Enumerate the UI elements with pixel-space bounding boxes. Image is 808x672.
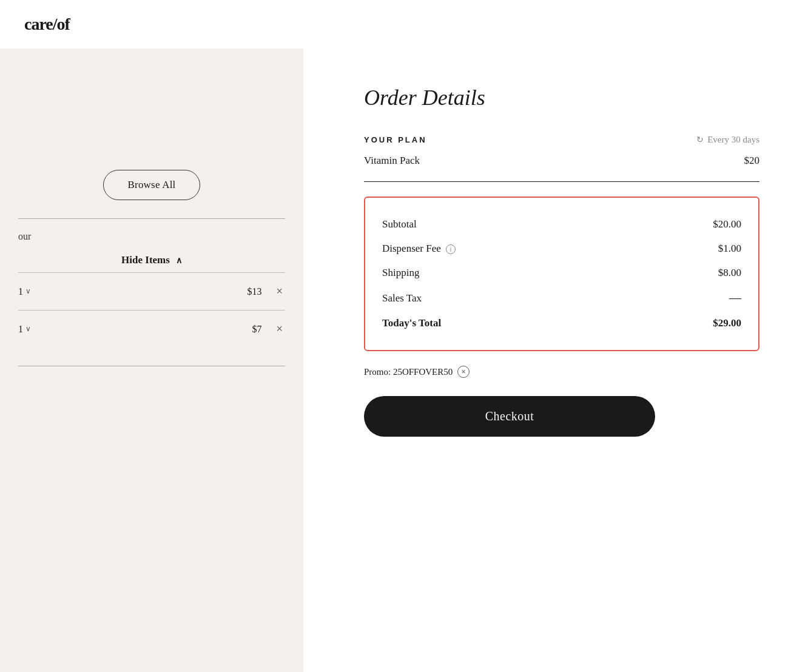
sales-tax-label: Sales Tax	[382, 292, 422, 304]
every-30-days: ↻ Every 30 days	[696, 135, 759, 145]
partial-text: our	[18, 231, 31, 241]
today-total-value: $29.00	[713, 317, 741, 329]
subtotal-row: Subtotal $20.00	[382, 212, 741, 237]
hide-items-label: Hide Items	[121, 254, 170, 266]
your-plan-section: YOUR PLAN ↻ Every 30 days Vitamin Pack $…	[364, 135, 759, 182]
plan-item-row: Vitamin Pack $20	[364, 155, 759, 167]
promo-row: Promo: 25OFFOVER50 ×	[364, 366, 759, 378]
shipping-label: Shipping	[382, 267, 419, 279]
item-price-1: $13	[247, 286, 261, 297]
sales-tax-row: Sales Tax —	[382, 285, 741, 311]
item-price-2: $7	[252, 324, 261, 335]
every-30-days-text: Every 30 days	[707, 135, 759, 145]
checkout-button[interactable]: Checkout	[364, 396, 655, 437]
divider-2	[18, 366, 285, 366]
order-summary-box: Subtotal $20.00 Dispenser Fee i $1.00 Sh…	[364, 197, 759, 351]
chevron-down-icon-2: ∨	[25, 324, 31, 334]
promo-remove-button[interactable]: ×	[457, 366, 470, 378]
header: care/of	[0, 0, 808, 49]
logo: care/of	[24, 15, 70, 33]
sales-tax-value: —	[729, 291, 741, 305]
refresh-icon: ↻	[696, 135, 704, 145]
promo-label: Promo: 25OFFOVER50	[364, 367, 453, 377]
left-panel: Browse All our Hide Items ∧ 1 ∨ $13 × 1 …	[0, 49, 303, 672]
divider-1	[18, 218, 285, 219]
chevron-up-icon: ∧	[176, 255, 182, 266]
dispenser-fee-info-icon[interactable]: i	[446, 244, 456, 254]
right-panel: Order Details YOUR PLAN ↻ Every 30 days …	[303, 49, 808, 672]
remove-item-2-button[interactable]: ×	[274, 321, 285, 337]
browse-all-button[interactable]: Browse All	[103, 170, 201, 200]
your-plan-label: YOUR PLAN	[364, 135, 427, 144]
chevron-down-icon-1: ∨	[25, 287, 31, 296]
cart-item-1: 1 ∨ $13 ×	[18, 272, 285, 310]
plan-item-name: Vitamin Pack	[364, 155, 420, 167]
quantity-value-2: 1	[18, 324, 23, 335]
today-total-row: Today's Total $29.00	[382, 311, 741, 335]
order-details-title: Order Details	[364, 85, 759, 110]
plan-header-row: YOUR PLAN ↻ Every 30 days	[364, 135, 759, 145]
plan-divider	[364, 181, 759, 182]
today-total-label: Today's Total	[382, 317, 441, 329]
shipping-row: Shipping $8.00	[382, 261, 741, 285]
cart-item-2: 1 ∨ $7 ×	[18, 310, 285, 348]
plan-item-price: $20	[744, 155, 760, 167]
hide-items-button[interactable]: Hide Items ∧	[18, 254, 285, 266]
dispenser-fee-row: Dispenser Fee i $1.00	[382, 237, 741, 261]
subtotal-value: $20.00	[713, 218, 741, 230]
remove-item-1-button[interactable]: ×	[274, 284, 285, 299]
subtotal-label: Subtotal	[382, 218, 417, 230]
shipping-value: $8.00	[718, 267, 741, 279]
quantity-select-1[interactable]: 1 ∨	[18, 286, 31, 297]
dispenser-fee-label: Dispenser Fee i	[382, 243, 456, 255]
quantity-select-2[interactable]: 1 ∨	[18, 324, 31, 335]
quantity-value-1: 1	[18, 286, 23, 297]
main-layout: Browse All our Hide Items ∧ 1 ∨ $13 × 1 …	[0, 49, 808, 672]
dispenser-fee-value: $1.00	[718, 243, 741, 255]
